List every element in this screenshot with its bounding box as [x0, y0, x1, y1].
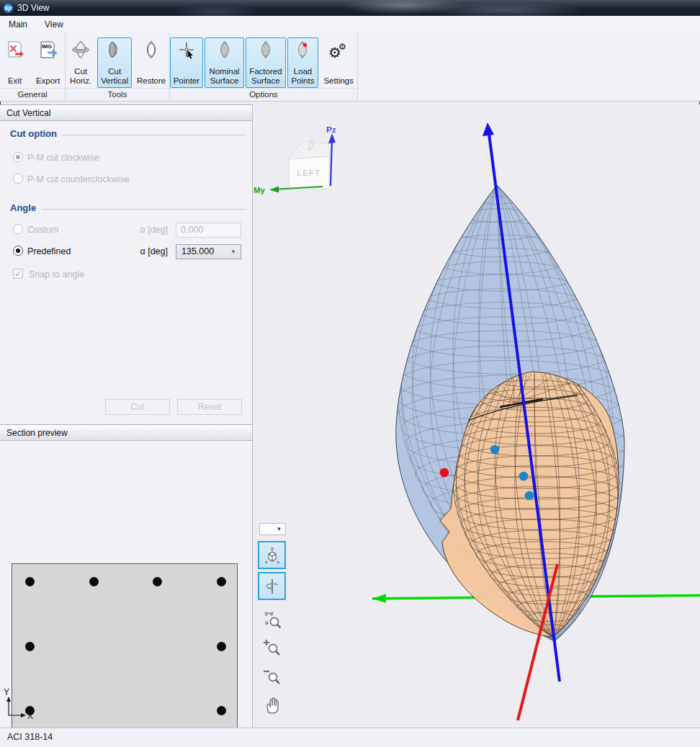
zoom-out-button[interactable] — [260, 664, 284, 689]
nominal-surface-icon — [215, 40, 234, 59]
load-point-blue — [519, 472, 529, 481]
export-image-icon: IMG — [39, 40, 58, 60]
nominal-surface-button[interactable]: Nominal Surface — [205, 37, 244, 88]
chevron-down-icon: ▼ — [230, 245, 236, 259]
restore-label: Restore — [137, 76, 166, 86]
exit-label: Exit — [8, 76, 22, 86]
cut-vertical-icon — [105, 40, 124, 59]
pan-button[interactable] — [258, 690, 287, 720]
svg-text:IMG: IMG — [42, 43, 52, 50]
rotate-view-icon — [263, 577, 282, 596]
load-points-icon — [293, 40, 312, 59]
snap-to-angle-checkbox: ✓ — [13, 269, 23, 279]
3d-scene: LEFT TOP Pz My — [253, 104, 700, 728]
radio-pm-cut-counterclockwise-label: P-M cut counterclockwise — [27, 174, 130, 184]
pan-hand-icon — [261, 694, 283, 717]
load-point-red — [440, 468, 449, 478]
exit-icon — [6, 40, 24, 60]
panel-header: Cut Vertical — [0, 104, 252, 121]
title-bar: sp 3D View — [0, 0, 700, 16]
zoom-in-button[interactable] — [260, 635, 284, 660]
settings-label: Settings — [323, 76, 354, 86]
load-points-button[interactable]: Load Points — [287, 37, 319, 88]
group-label-tools: Tools — [66, 88, 169, 101]
rebar-dot — [217, 706, 226, 715]
factored-surface-label: Factored Surface — [248, 67, 283, 86]
export-button[interactable]: IMG Export — [31, 37, 65, 88]
radio-predefined[interactable] — [13, 246, 23, 256]
predefined-angle-value: 135.000 — [181, 246, 214, 256]
cut-vertical-panel: Cut Vertical Cut option P-M cut clockwis… — [0, 104, 253, 728]
restore-icon — [142, 40, 161, 59]
angle-custom-row: Custom α [deg] 0.000 — [0, 224, 253, 240]
custom-angle-input: 0.000 — [176, 223, 241, 238]
menu-main[interactable]: Main — [0, 17, 36, 32]
orbit-3d-button[interactable] — [258, 541, 286, 569]
app-window: sp 3D View Main View Exit — [0, 0, 700, 747]
group-label-options: Options — [170, 88, 357, 101]
rebar-dot — [25, 642, 35, 651]
rebar-dot — [153, 577, 162, 586]
radio-custom-label: Custom — [27, 225, 58, 235]
rebar-dot — [89, 577, 99, 586]
exit-button[interactable]: Exit — [0, 37, 30, 88]
cut-vertical-label: Cut Vertical — [99, 67, 130, 86]
chevron-down-icon: ▼ — [277, 526, 282, 532]
view-toolbar-dropdown[interactable]: ▼ — [259, 523, 286, 535]
orbit-3d-icon — [263, 546, 282, 565]
pointer-label: Pointer — [174, 76, 199, 86]
cut-vertical-button[interactable]: Cut Vertical — [97, 37, 132, 88]
section-preview-canvas — [12, 563, 238, 747]
zoom-out-icon — [262, 666, 282, 686]
rebar-dot — [25, 577, 35, 586]
rebar-dot — [217, 577, 226, 586]
zoom-extents-icon — [262, 609, 282, 630]
preview-axis-indicator: Y X — [1, 686, 36, 723]
toolbar-group-general: Exit IMG Export General — [0, 33, 66, 101]
factored-surface-icon — [256, 40, 275, 59]
pointer-button[interactable]: Pointer — [170, 37, 203, 88]
section-preview-header: Section preview — [0, 424, 252, 441]
cut-button: Cut — [105, 399, 170, 415]
orientation-cube[interactable]: LEFT TOP Pz My — [253, 125, 336, 194]
cut-horizontal-button[interactable]: Cut Horiz. — [66, 37, 96, 88]
load-point-blue — [525, 491, 534, 501]
cube-axis-pz-label: Pz — [326, 125, 336, 134]
radio-row-cw: P-M cut clockwise — [0, 152, 253, 168]
cut-option-title-text: Cut option — [10, 128, 57, 139]
group-label-general: General — [0, 88, 65, 101]
predefined-alpha-label: α [deg] — [115, 246, 168, 256]
load-point-blue — [490, 445, 500, 455]
settings-button[interactable]: ⚙ ⚙ Settings — [320, 37, 357, 88]
zoom-extents-button[interactable] — [260, 607, 284, 632]
snap-row: ✓ Snap to angle — [0, 269, 253, 285]
window-title: 3D View — [17, 3, 49, 13]
3d-viewport[interactable]: LEFT TOP Pz My ▼ — [253, 104, 700, 728]
design-code-label: ACI 318-14 — [7, 732, 53, 742]
reset-button: Reset — [177, 399, 242, 415]
cut-horizontal-label: Cut Horiz. — [68, 67, 94, 86]
radio-pm-cut-clockwise-label: P-M cut clockwise — [27, 153, 99, 163]
axis-x-label: X — [27, 711, 33, 721]
predefined-angle-dropdown[interactable]: 135.000 ▼ — [176, 244, 241, 259]
toolbar-group-tools: Cut Horiz. Cut Vertical Restore — [66, 33, 170, 101]
rebar-dot — [217, 642, 226, 651]
factored-surface-button[interactable]: Factored Surface — [246, 37, 285, 88]
angle-section-title: Angle — [10, 202, 246, 213]
cube-front-label: LEFT — [297, 169, 321, 177]
rotate-view-button[interactable] — [258, 572, 286, 600]
svg-text:⚙: ⚙ — [338, 42, 346, 52]
toolbar-group-options: Pointer Nominal Surface Factored Surface — [170, 33, 358, 101]
radio-predefined-label: Predefined — [27, 246, 71, 256]
pointer-icon — [177, 40, 196, 59]
load-points-label: Load Points — [290, 67, 317, 86]
angle-title-text: Angle — [10, 202, 36, 213]
nominal-surface-label: Nominal Surface — [207, 67, 242, 86]
cube-axis-my-label: My — [253, 186, 266, 194]
radio-custom — [13, 224, 23, 234]
custom-alpha-label: α [deg] — [115, 225, 168, 235]
restore-button[interactable]: Restore — [133, 37, 169, 88]
snap-to-angle-label: Snap to angle — [29, 269, 84, 279]
menu-view[interactable]: View — [36, 17, 72, 32]
axis-y-label: Y — [4, 687, 9, 697]
